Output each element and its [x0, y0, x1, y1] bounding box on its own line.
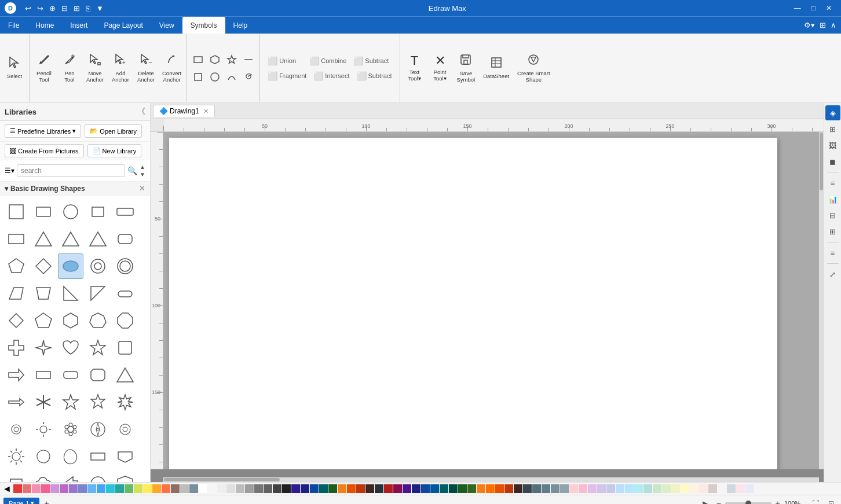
- color-swatch[interactable]: [467, 484, 476, 493]
- page-tab-1[interactable]: Page-1 ▾: [3, 498, 39, 504]
- new-library-button[interactable]: 📄 New Library: [87, 144, 142, 157]
- shape-cell-rect-outline[interactable]: [85, 199, 111, 225]
- shape-cell-gear2[interactable]: [112, 417, 138, 442]
- color-swatch[interactable]: [560, 484, 569, 493]
- pen-tool-button[interactable]: PenTool: [57, 51, 82, 86]
- color-swatch[interactable]: [569, 484, 578, 493]
- shape-cell-banner1[interactable]: [112, 444, 138, 469]
- menu-home[interactable]: Home: [27, 17, 62, 34]
- shape-cell-star5b[interactable]: [58, 389, 83, 415]
- shape-cell-pentagon[interactable]: [3, 253, 29, 279]
- color-swatch[interactable]: [199, 484, 207, 493]
- shape-cell-star6[interactable]: [85, 389, 111, 415]
- nav-up-arrow[interactable]: ▲: [140, 163, 145, 171]
- menu-pagelayout[interactable]: Page Layout: [96, 17, 151, 34]
- color-swatch[interactable]: [384, 484, 393, 493]
- color-swatch[interactable]: [365, 484, 374, 493]
- category-close-button[interactable]: ✕: [139, 184, 145, 193]
- datasheet-button[interactable]: DataSheet: [480, 54, 513, 82]
- shape-cell-rounded-rect[interactable]: [31, 199, 56, 225]
- predefine-libraries-button[interactable]: ☰ Predefine Libraries ▾: [5, 124, 81, 138]
- shape-cell-triangle4[interactable]: [112, 362, 138, 388]
- play-button[interactable]: ▶: [700, 498, 710, 505]
- color-swatch[interactable]: [23, 484, 31, 493]
- shape-spiral[interactable]: [241, 69, 256, 84]
- color-swatch[interactable]: [273, 484, 281, 493]
- rs-shape-library[interactable]: ⊞: [825, 122, 840, 137]
- zoom-thumb[interactable]: [745, 501, 751, 505]
- palette-left-arrow[interactable]: ◄: [2, 484, 12, 494]
- menu-view[interactable]: View: [151, 17, 182, 34]
- color-swatch[interactable]: [41, 484, 50, 493]
- rs-table[interactable]: ⊟: [825, 208, 840, 223]
- color-swatch[interactable]: [708, 484, 717, 493]
- color-swatch[interactable]: [152, 484, 161, 493]
- color-swatch[interactable]: [50, 484, 59, 493]
- shape-cell-parallelogram[interactable]: [3, 281, 29, 306]
- color-swatch[interactable]: [13, 484, 22, 493]
- color-swatch[interactable]: [189, 484, 198, 493]
- shape-cell-rounded-square[interactable]: [112, 335, 138, 360]
- color-swatch[interactable]: [523, 484, 532, 493]
- color-swatch[interactable]: [208, 484, 217, 493]
- color-swatch[interactable]: [616, 484, 624, 493]
- shape-cell-asterisk[interactable]: [31, 389, 56, 415]
- drawing-canvas[interactable]: [163, 132, 819, 469]
- shape-cell-sun[interactable]: [31, 417, 56, 442]
- color-swatch[interactable]: [226, 484, 235, 493]
- color-swatch[interactable]: [245, 484, 254, 493]
- color-swatch[interactable]: [736, 484, 745, 493]
- shape-hexagon[interactable]: [207, 52, 222, 67]
- qa-export[interactable]: ⎘: [84, 3, 92, 14]
- color-swatch[interactable]: [634, 484, 643, 493]
- close-button[interactable]: ✕: [821, 3, 836, 13]
- shape-cell-heart[interactable]: [58, 335, 83, 360]
- color-swatch[interactable]: [347, 484, 356, 493]
- shape-cell-rounded-rect2[interactable]: [112, 226, 138, 252]
- color-swatch[interactable]: [282, 484, 291, 493]
- shape-cell-flower[interactable]: [58, 417, 83, 442]
- color-swatch[interactable]: [477, 484, 485, 493]
- collapse-ribbon-icon[interactable]: ⊞: [820, 21, 826, 30]
- color-swatch[interactable]: [162, 484, 170, 493]
- fullscreen-button[interactable]: ⛶: [810, 498, 821, 505]
- color-swatch[interactable]: [97, 484, 105, 493]
- union-button[interactable]: ⬜ Union: [265, 55, 305, 67]
- shape-cell-stadium[interactable]: [112, 281, 138, 306]
- menu-insert[interactable]: Insert: [62, 17, 96, 34]
- color-swatch[interactable]: [449, 484, 458, 493]
- create-smart-shape-button[interactable]: Create SmartShape: [514, 51, 554, 86]
- shape-cell-rect3[interactable]: [31, 362, 56, 388]
- menu-file[interactable]: File: [0, 17, 27, 34]
- shape-cell-cloud[interactable]: [31, 471, 56, 482]
- qa-redo[interactable]: ↪: [35, 3, 45, 14]
- shape-cell-gear1[interactable]: [3, 417, 29, 442]
- menu-symbols[interactable]: Symbols: [182, 17, 225, 34]
- color-swatch[interactable]: [671, 484, 680, 493]
- color-swatch[interactable]: [606, 484, 615, 493]
- shape-cell-triangle1[interactable]: [31, 226, 56, 252]
- color-swatch[interactable]: [180, 484, 189, 493]
- color-swatch[interactable]: [356, 484, 365, 493]
- color-swatch[interactable]: [440, 484, 448, 493]
- rs-pages[interactable]: ≡: [825, 175, 840, 190]
- shape-cell-right-triangle2[interactable]: [85, 281, 111, 306]
- search-input[interactable]: [17, 164, 125, 177]
- shape-cell-rect5[interactable]: [3, 471, 29, 482]
- color-swatch[interactable]: [412, 484, 421, 493]
- shape-cell-compass[interactable]: [85, 417, 111, 442]
- color-swatch[interactable]: [254, 484, 263, 493]
- shape-arc[interactable]: [224, 69, 239, 84]
- horizontal-scroll-thumb[interactable]: [164, 478, 280, 481]
- shape-cell-diamond2[interactable]: [3, 308, 29, 333]
- color-swatch[interactable]: [458, 484, 467, 493]
- sidebar-collapse-button[interactable]: 《: [137, 106, 145, 117]
- color-swatch[interactable]: [514, 484, 522, 493]
- drawing-tab[interactable]: 🔷 Drawing1 ✕: [153, 105, 215, 117]
- rs-expand[interactable]: ⤢: [825, 267, 840, 282]
- vertical-scroll-thumb[interactable]: [820, 133, 823, 190]
- color-swatch[interactable]: [143, 484, 152, 493]
- maximize-button[interactable]: □: [807, 3, 820, 13]
- shape-cell-sun2[interactable]: [3, 444, 29, 469]
- color-swatch[interactable]: [338, 484, 346, 493]
